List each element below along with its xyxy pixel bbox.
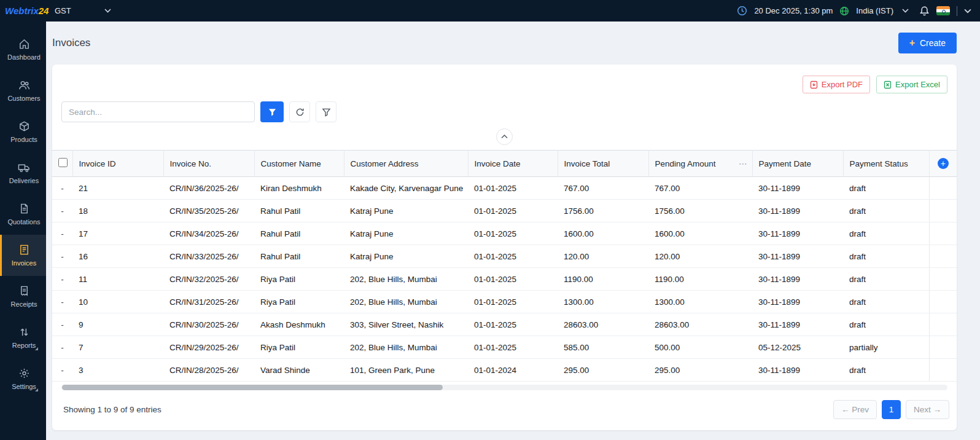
cell: CR/IN/32/2025-26/ <box>163 268 254 291</box>
app-logo[interactable]: Webtrix24 <box>0 6 46 16</box>
column-header-customer-address[interactable]: Customer Address <box>344 151 468 177</box>
table-row[interactable]: -3CR/IN/28/2025-26/Varad Shinde101, Gree… <box>52 359 957 382</box>
table-row[interactable]: -9CR/IN/30/2025-26/Akash Deshmukh303, Si… <box>52 313 957 336</box>
invoices-card: Export PDF Export Excel <box>52 65 957 430</box>
table-row[interactable]: -7CR/IN/29/2025-26/Riya Patil202, Blue H… <box>52 336 957 359</box>
row-expand-cell[interactable]: - <box>52 336 72 359</box>
topbar-divider <box>957 6 957 16</box>
export-excel-button[interactable]: Export Excel <box>876 76 947 93</box>
truck-icon <box>18 162 30 173</box>
invoice-table-body: -21CR/IN/36/2025-26/Kiran DeshmukhKakade… <box>52 177 957 382</box>
create-button[interactable]: + Create <box>898 33 957 53</box>
box-icon <box>18 120 30 132</box>
row-expand-cell[interactable]: - <box>52 177 72 200</box>
next-page-button[interactable]: Next → <box>906 400 949 419</box>
invoice-icon <box>18 244 30 256</box>
sidebar-item-deliveries[interactable]: Deliveries <box>0 152 46 194</box>
row-expand-cell[interactable]: - <box>52 200 72 222</box>
column-header-payment-status[interactable]: Payment Status <box>843 151 929 177</box>
sidebar-item-invoices[interactable]: Invoices <box>0 235 46 276</box>
export-pdf-button[interactable]: Export PDF <box>803 76 870 93</box>
sidebar-item-products[interactable]: Products <box>0 111 46 152</box>
users-icon <box>18 79 30 91</box>
cell: partially <box>843 336 929 359</box>
table-header-row: Invoice IDInvoice No.Customer NameCustom… <box>52 151 957 177</box>
cell: 30-11-1899 <box>752 200 843 222</box>
cell: 202, Blue Hills, Mumbai <box>344 336 468 359</box>
logo-text-24: 24 <box>39 6 49 16</box>
sidebar-item-customers[interactable]: Customers <box>0 70 46 111</box>
user-menu-chevron-icon[interactable] <box>964 9 971 14</box>
column-menu-dots[interactable]: ⋯ <box>739 159 748 168</box>
cell: 28603.00 <box>558 313 648 336</box>
cell: Katraj Pune <box>344 245 468 268</box>
india-flag-icon[interactable] <box>936 6 950 15</box>
cell: 120.00 <box>558 245 648 268</box>
page-number-button[interactable]: 1 <box>882 400 901 419</box>
select-all-cell <box>52 151 72 177</box>
scrollbar-thumb[interactable] <box>62 385 443 390</box>
cell: 1300.00 <box>558 291 648 313</box>
cell: CR/IN/30/2025-26/ <box>163 313 254 336</box>
add-column-button[interactable]: + <box>938 158 949 169</box>
row-expand-cell[interactable]: - <box>52 291 72 313</box>
row-spacer-cell <box>929 177 957 200</box>
table-row[interactable]: -11CR/IN/32/2025-26/Riya Patil202, Blue … <box>52 268 957 291</box>
cell: 30-11-1899 <box>752 291 843 313</box>
cell: 28603.00 <box>648 313 752 336</box>
cell: 18 <box>72 200 163 222</box>
sidebar-item-settings[interactable]: Settings <box>0 358 46 399</box>
invoice-table: Invoice IDInvoice No.Customer NameCustom… <box>52 150 957 382</box>
sidebar-item-reports[interactable]: Reports <box>0 317 46 358</box>
select-all-checkbox[interactable] <box>58 158 68 167</box>
row-expand-cell[interactable]: - <box>52 222 72 245</box>
search-input[interactable] <box>61 101 255 122</box>
horizontal-scrollbar[interactable] <box>61 385 947 390</box>
collapse-panel-button[interactable] <box>496 128 513 145</box>
cell: 30-11-1899 <box>752 245 843 268</box>
column-header-invoice-date[interactable]: Invoice Date <box>468 151 558 177</box>
column-header-payment-date[interactable]: Payment Date <box>752 151 843 177</box>
row-expand-cell[interactable]: - <box>52 268 72 291</box>
cell: CR/IN/36/2025-26/ <box>163 177 254 200</box>
table-row[interactable]: -17CR/IN/34/2025-26/Rahul PatilKatraj Pu… <box>52 222 957 245</box>
chevron-down-icon <box>104 9 111 13</box>
prev-page-button[interactable]: ← Prev <box>833 400 877 419</box>
table-row[interactable]: -10CR/IN/31/2025-26/Riya Patil202, Blue … <box>52 291 957 313</box>
sidebar-item-label: Settings <box>12 383 36 390</box>
clear-filter-button[interactable] <box>316 101 336 122</box>
sidebar-item-dashboard[interactable]: Dashboard <box>0 29 46 70</box>
row-expand-cell[interactable]: - <box>52 359 72 382</box>
cell: 30-11-1899 <box>752 268 843 291</box>
table-row[interactable]: -16CR/IN/33/2025-26/Rahul PatilKatraj Pu… <box>52 245 957 268</box>
timezone-value: India (IST) <box>856 6 893 15</box>
cell: 30-11-1899 <box>752 313 843 336</box>
refresh-button[interactable] <box>289 101 310 122</box>
cell: 585.00 <box>558 336 648 359</box>
entries-summary: Showing 1 to 9 of 9 entries <box>63 405 161 414</box>
cell: Akash Deshmukh <box>254 313 344 336</box>
bell-icon[interactable] <box>919 6 930 17</box>
row-expand-cell[interactable]: - <box>52 313 72 336</box>
filter-button[interactable] <box>260 101 284 122</box>
column-header-pending-amount[interactable]: Pending Amount⋯ <box>648 151 752 177</box>
cell: CR/IN/33/2025-26/ <box>163 245 254 268</box>
row-expand-cell[interactable]: - <box>52 245 72 268</box>
cell: 01-01-2025 <box>468 313 558 336</box>
timezone-selector[interactable]: India (IST) <box>856 6 909 15</box>
topbar: Webtrix24 GST 20 Dec 2025, 1:30 pm India… <box>0 0 980 22</box>
column-header-invoice-id[interactable]: Invoice ID <box>72 151 163 177</box>
table-row[interactable]: -18CR/IN/35/2025-26/Rahul PatilKatraj Pu… <box>52 200 957 222</box>
cell: 01-01-2025 <box>468 336 558 359</box>
cell: 303, Silver Street, Nashik <box>344 313 468 336</box>
row-spacer-cell <box>929 313 957 336</box>
column-header-invoice-total[interactable]: Invoice Total <box>558 151 648 177</box>
sidebar-item-quotations[interactable]: Quotations <box>0 194 46 235</box>
cell: 10 <box>72 291 163 313</box>
org-selector[interactable]: GST <box>55 6 111 15</box>
column-header-customer-name[interactable]: Customer Name <box>254 151 344 177</box>
sidebar-item-label: Receipts <box>11 301 37 308</box>
table-row[interactable]: -21CR/IN/36/2025-26/Kiran DeshmukhKakade… <box>52 177 957 200</box>
column-header-invoice-no[interactable]: Invoice No. <box>163 151 254 177</box>
sidebar-item-receipts[interactable]: Receipts <box>0 276 46 317</box>
